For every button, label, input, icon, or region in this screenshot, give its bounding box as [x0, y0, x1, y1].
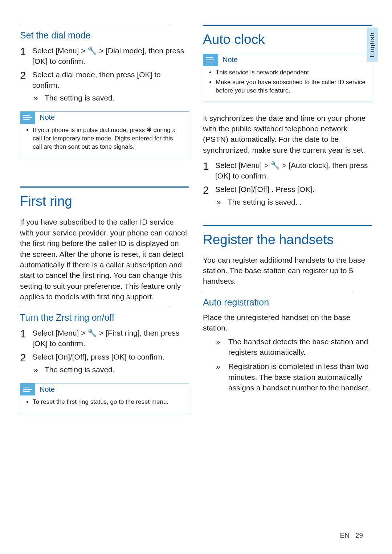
- heading-auto-clock: Auto clock: [203, 32, 372, 47]
- result-arrow-icon: »: [216, 336, 228, 358]
- note-header: Note: [20, 383, 55, 395]
- rule-main: [203, 225, 372, 226]
- note-box-auto-clock: Note This service is network dependent. …: [203, 54, 372, 102]
- step-number: 1: [203, 160, 215, 172]
- heading-first-ring: First ring: [20, 194, 189, 209]
- result: » Registration is completed in less than…: [216, 361, 372, 393]
- step-number: 1: [20, 328, 32, 340]
- step-text: Select [On]/[Off] . Press [OK]. » The se…: [215, 184, 372, 208]
- step: 2 Select [On]/[Off] . Press [OK]. » The …: [203, 184, 372, 208]
- result: » The handset detects the base station a…: [216, 336, 372, 358]
- result-text: Registration is completed in less than t…: [228, 361, 372, 393]
- note-icon: [20, 383, 35, 395]
- footer-page: 29: [355, 532, 363, 539]
- step-text: Select [On]/[Off], press [OK] to confirm…: [32, 352, 189, 375]
- steps-first-ring: 1 Select [Menu] > 🔧 > [First ring], then…: [20, 328, 189, 375]
- step-main: Select [On]/[Off], press [OK] to confirm…: [32, 353, 164, 361]
- step: 1 Select [Menu] > 🔧 > [First ring], then…: [20, 328, 189, 349]
- step-number: 1: [20, 46, 32, 57]
- note-text: Make sure you have subscribed to the cal…: [216, 78, 367, 95]
- steps-auto-clock: 1 Select [Menu] > 🔧 > [Auto clock], then…: [203, 160, 372, 208]
- note-label: Note: [218, 55, 238, 65]
- result-arrow-icon: »: [217, 197, 228, 208]
- result: » The setting is saved. .: [217, 197, 372, 208]
- step: 2 Select [On]/[Off], press [OK] to confi…: [20, 352, 189, 375]
- rule-main: [203, 25, 372, 26]
- note-icon: [20, 111, 35, 124]
- result-arrow-icon: »: [34, 93, 45, 103]
- right-column: Auto clock Note This service is network …: [203, 22, 372, 424]
- subheading-first-ring-toggle: Turn the Zrst ring on/off: [20, 312, 189, 323]
- rule: [20, 25, 169, 25]
- step-main: Select a dial mode, then press [OK] to c…: [32, 70, 161, 89]
- result: » The setting is saved.: [34, 365, 189, 375]
- note-text: If your phone is in pulse dial mode, pre…: [33, 126, 184, 151]
- note-header: Note: [203, 54, 238, 66]
- result-arrow-icon: »: [34, 365, 45, 375]
- result-text: The setting is saved.: [45, 365, 115, 375]
- result-arrow-icon: »: [216, 361, 228, 393]
- footer-lang: EN: [340, 532, 350, 539]
- paragraph-auto-reg: Place the unregistered handset on the ba…: [203, 312, 372, 333]
- left-column: Set the dial mode 1 Select [Menu] > 🔧 > …: [20, 22, 189, 424]
- rule: [203, 292, 352, 292]
- note-text: This service is network dependent.: [216, 69, 367, 77]
- step-number: 2: [20, 352, 32, 364]
- step-text: Select [Menu] > 🔧 > [Auto clock], then p…: [215, 160, 372, 181]
- note-label: Note: [35, 112, 55, 122]
- step-main: Select [On]/[Off] . Press [OK].: [215, 185, 315, 193]
- heading-register-handsets: Register the handsets: [203, 233, 372, 247]
- step: 2 Select a dial mode, then press [OK] to…: [20, 70, 189, 103]
- paragraph-auto-clock: It synchronizes the date and time on you…: [203, 113, 372, 156]
- note-box-dial: Note If your phone is in pulse dial mode…: [20, 111, 189, 158]
- result-text: The setting is saved.: [45, 93, 115, 103]
- step: 1 Select [Menu] > 🔧 > [Auto clock], then…: [203, 160, 372, 181]
- page-columns: Set the dial mode 1 Select [Menu] > 🔧 > …: [20, 22, 372, 424]
- rule-main: [20, 186, 189, 188]
- note-label: Note: [35, 385, 55, 394]
- subheading-auto-registration: Auto registration: [203, 297, 372, 308]
- results-auto-reg: » The handset detects the base station a…: [216, 336, 372, 393]
- step-text: Select [Menu] > 🔧 > [First ring], then p…: [32, 328, 189, 349]
- note-box-first-ring: Note To reset the first ring status, go …: [20, 383, 189, 413]
- rule: [20, 307, 169, 307]
- result-text: The setting is saved. .: [228, 197, 302, 208]
- subheading-dial-mode: Set the dial mode: [20, 30, 189, 41]
- result: » The setting is saved.: [34, 93, 189, 103]
- step-text: Select a dial mode, then press [OK] to c…: [32, 70, 189, 103]
- paragraph-register: You can register additional handsets to …: [203, 255, 372, 287]
- paragraph-first-ring: If you have subscribed to the caller ID …: [20, 217, 189, 302]
- result-text: The handset detects the base station and…: [228, 336, 372, 358]
- page-footer: EN 29: [340, 532, 363, 539]
- step: 1 Select [Menu] > 🔧 > [Dial mode], then …: [20, 46, 189, 67]
- step-number: 2: [203, 184, 215, 196]
- step-number: 2: [20, 70, 32, 81]
- steps-dial-mode: 1 Select [Menu] > 🔧 > [Dial mode], then …: [20, 46, 189, 103]
- note-header: Note: [20, 111, 55, 124]
- note-text: To reset the first ring status, go to th…: [33, 398, 184, 406]
- note-icon: [203, 54, 218, 66]
- step-text: Select [Menu] > 🔧 > [Dial mode], then pr…: [32, 46, 189, 67]
